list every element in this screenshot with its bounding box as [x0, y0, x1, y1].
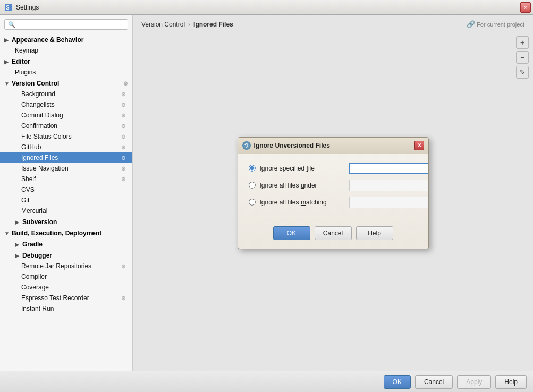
sidebar-item-instant-run[interactable]: Instant Run: [0, 303, 132, 314]
sidebar: 🔍 Appearance & Behavior Keymap Editor Pl…: [0, 15, 133, 371]
all-matching-input: [349, 197, 429, 208]
sidebar-item-build[interactable]: Build, Execution, Deployment: [0, 227, 132, 238]
sidebar-group-label: Subversion: [22, 218, 57, 226]
modal-title: Ignore Unversioned Files: [254, 142, 414, 149]
modal-footer: OK Cancel Help: [238, 222, 428, 249]
radio-specified-file-label[interactable]: Ignore specified file: [260, 165, 345, 172]
sidebar-item-gradle[interactable]: Gradle: [0, 238, 132, 250]
expand-icon: [15, 219, 20, 225]
sidebar-item-plugins[interactable]: Plugins: [0, 67, 132, 78]
sidebar-group-label: Gradle: [22, 241, 43, 248]
svg-point-3: [246, 147, 247, 148]
radio-row-3: Ignore all files matching: [249, 197, 418, 208]
sidebar-item-shelf[interactable]: Shelf ⚙: [0, 174, 132, 184]
sidebar-item-label: Shelf: [21, 175, 36, 183]
svg-text:S: S: [6, 5, 10, 11]
sidebar-item-label: Mercurial: [21, 207, 47, 215]
sidebar-item-git[interactable]: Git: [0, 195, 132, 206]
radio-row-2: Ignore all files under: [249, 180, 418, 191]
settings-icon: ⚙: [121, 295, 126, 301]
sidebar-item-keymap[interactable]: Keymap: [0, 45, 132, 56]
radio-all-under[interactable]: [249, 182, 256, 189]
window-title: Settings: [16, 4, 39, 11]
ignore-unversioned-dialog: Ignore Unversioned Files ✕ Ignore specif…: [238, 137, 429, 249]
sidebar-item-version-control[interactable]: Version Control ⚙: [0, 78, 132, 89]
all-under-input: [349, 180, 429, 191]
sidebar-group-label: Version Control: [12, 80, 59, 87]
expand-icon: [4, 231, 10, 236]
radio-all-under-label[interactable]: Ignore all files under: [260, 182, 345, 189]
modal-overlay: Ignore Unversioned Files ✕ Ignore specif…: [133, 15, 533, 371]
sidebar-item-issue-navigation[interactable]: Issue Navigation ⚙: [0, 163, 132, 174]
settings-icon: ⚙: [121, 123, 126, 129]
expand-icon: [4, 81, 10, 87]
app-icon: S: [4, 3, 13, 12]
cancel-button[interactable]: Cancel: [415, 375, 453, 389]
settings-icon: ⚙: [121, 102, 126, 108]
help-button[interactable]: Help: [495, 375, 527, 389]
sidebar-item-appearance-behavior[interactable]: Appearance & Behavior: [0, 34, 132, 45]
sidebar-item-changelists[interactable]: Changelists ⚙: [0, 99, 132, 110]
close-button[interactable]: ✕: [520, 2, 531, 13]
sidebar-item-label: Coverage: [21, 284, 49, 291]
sidebar-item-label: Git: [21, 197, 29, 204]
modal-close-button[interactable]: ✕: [414, 141, 424, 150]
sidebar-item-label: CVS: [21, 186, 35, 193]
settings-icon: ⚙: [121, 134, 126, 140]
sidebar-item-commit-dialog[interactable]: Commit Dialog ⚙: [0, 110, 132, 121]
sidebar-item-github[interactable]: GitHub ⚙: [0, 142, 132, 152]
radio-all-matching-label[interactable]: Ignore all files matching: [260, 199, 345, 206]
sidebar-item-label: Changelists: [21, 101, 55, 108]
radio-specified-file[interactable]: [249, 165, 256, 172]
radio-row-1: Ignore specified file: [249, 163, 418, 174]
sidebar-group-label: Appearance & Behavior: [12, 36, 83, 44]
sidebar-item-label: Background: [21, 90, 55, 98]
search-box[interactable]: 🔍: [4, 19, 128, 30]
sidebar-item-label: Commit Dialog: [21, 112, 63, 119]
sidebar-item-label: File Status Colors: [21, 133, 72, 140]
sidebar-item-background[interactable]: Background ⚙: [0, 89, 132, 99]
ok-button[interactable]: OK: [384, 375, 411, 389]
sidebar-item-espresso[interactable]: Espresso Test Recorder ⚙: [0, 293, 132, 303]
sidebar-item-label: GitHub: [21, 143, 41, 151]
sidebar-item-debugger[interactable]: Debugger: [0, 250, 132, 261]
modal-help-button[interactable]: Help: [356, 226, 393, 240]
sidebar-item-coverage[interactable]: Coverage: [0, 282, 132, 293]
sidebar-item-label: Compiler: [21, 273, 47, 280]
settings-icon: ⚙: [121, 91, 126, 97]
modal-body: Ignore specified file: [238, 154, 428, 222]
sidebar-item-editor[interactable]: Editor: [0, 56, 132, 67]
settings-icon: ⚙: [121, 176, 126, 182]
sidebar-item-mercurial[interactable]: Mercurial: [0, 206, 132, 216]
expand-icon: [15, 253, 20, 259]
settings-icon: ⚙: [121, 113, 126, 118]
sidebar-item-file-status-colors[interactable]: File Status Colors ⚙: [0, 131, 132, 142]
modal-cancel-button[interactable]: Cancel: [315, 226, 352, 240]
modal-icon: [242, 141, 251, 150]
settings-icon: ⚙: [121, 144, 126, 150]
sidebar-item-ignored-files[interactable]: Ignored Files ⚙: [0, 152, 132, 163]
sidebar-item-compiler[interactable]: Compiler: [0, 271, 132, 282]
apply-button[interactable]: Apply: [457, 375, 491, 389]
search-icon: 🔍: [8, 21, 15, 28]
sidebar-group-label: Editor: [12, 58, 30, 65]
search-input[interactable]: [18, 21, 124, 28]
sidebar-item-subversion[interactable]: Subversion: [0, 216, 132, 227]
bottom-bar: OK Cancel Apply Help: [0, 371, 533, 392]
sidebar-item-label: Keymap: [15, 47, 38, 54]
sidebar-group-label: Debugger: [22, 252, 52, 259]
settings-icon: ⚙: [121, 155, 126, 161]
settings-icon: ⚙: [121, 166, 126, 172]
specified-file-input[interactable]: [349, 163, 429, 174]
sidebar-item-label: Issue Navigation: [21, 165, 69, 172]
modal-title-bar: Ignore Unversioned Files ✕: [238, 138, 428, 154]
modal-ok-button[interactable]: OK: [273, 226, 310, 240]
radio-all-matching[interactable]: [249, 199, 256, 206]
sidebar-group-label: Build, Execution, Deployment: [12, 229, 101, 237]
sidebar-item-remote-jar[interactable]: Remote Jar Repositories ⚙: [0, 261, 132, 271]
sidebar-item-label: Plugins: [15, 69, 36, 76]
sidebar-item-confirmation[interactable]: Confirmation ⚙: [0, 121, 132, 131]
expand-icon: [15, 242, 20, 248]
sidebar-item-cvs[interactable]: CVS: [0, 184, 132, 195]
title-bar: S Settings ✕: [0, 0, 533, 15]
